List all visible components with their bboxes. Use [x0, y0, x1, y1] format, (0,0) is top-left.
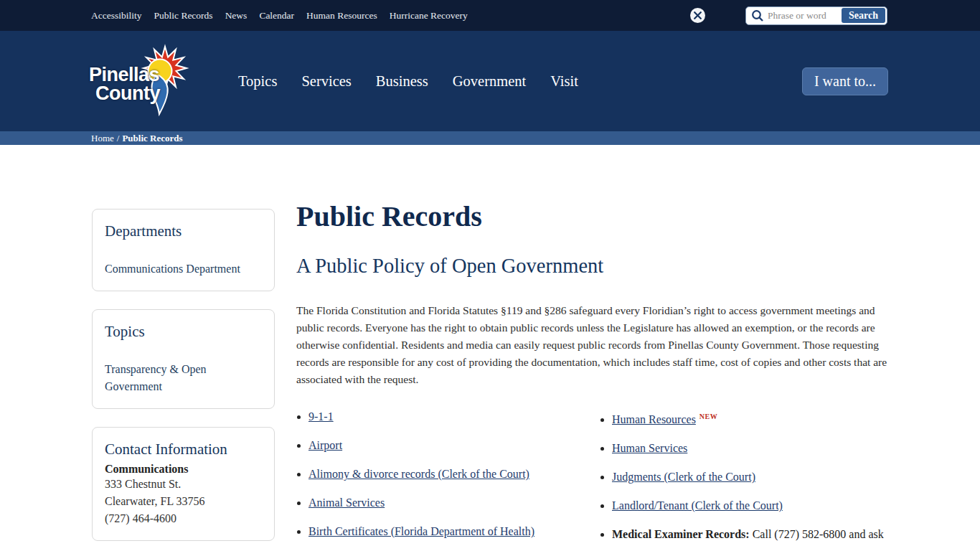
- sidebar-link-communications-department[interactable]: Communications Department: [105, 263, 240, 275]
- main-navigation-bar: Pinellas County TopicsServicesBusinessGo…: [0, 31, 980, 131]
- list-item: Human Services: [612, 441, 890, 456]
- records-link[interactable]: Human Services: [612, 442, 687, 454]
- breadcrumb-separator: /: [117, 133, 120, 144]
- topics-card: Topics Transparency & Open Government: [92, 309, 275, 409]
- section-heading: A Public Policy of Open Government: [296, 255, 890, 278]
- utility-link-human-resources[interactable]: Human Resources: [306, 10, 377, 22]
- contact-city: Clearwater, FL 33756: [105, 493, 262, 510]
- utility-link-news[interactable]: News: [225, 10, 248, 22]
- intro-paragraph: The Florida Constitution and Florida Sta…: [296, 302, 890, 388]
- sidebar-link-transparency-open-government[interactable]: Transparency & Open Government: [105, 363, 207, 392]
- list-item: Judgments (Clerk of the Court): [612, 469, 890, 484]
- utility-link-public-records[interactable]: Public Records: [154, 10, 213, 22]
- page-content: Departments Communications Department To…: [0, 145, 980, 551]
- site-search: Search: [745, 6, 887, 25]
- records-link[interactable]: Airport: [308, 439, 342, 451]
- utility-link-hurricane-recovery[interactable]: Hurricane Recovery: [390, 10, 468, 22]
- sidebar: Departments Communications Department To…: [92, 209, 275, 551]
- nav-item-services[interactable]: Services: [301, 73, 351, 90]
- utility-link-accessibility[interactable]: Accessibility: [91, 10, 142, 22]
- records-list-right: Human ResourcesNEWHuman ServicesJudgment…: [600, 409, 890, 551]
- departments-card-title: Departments: [105, 222, 262, 240]
- list-item-bold-label: Medical Examiner Records:: [612, 528, 750, 540]
- search-button[interactable]: Search: [842, 8, 885, 23]
- contact-card-title: Contact Information: [105, 441, 262, 458]
- records-link[interactable]: Human Resources: [612, 413, 696, 425]
- x-twitter-icon[interactable]: [690, 8, 705, 23]
- breadcrumb-current: Public Records: [122, 133, 182, 144]
- list-item: Medical Examiner Records: Call (727) 582…: [612, 527, 890, 542]
- x-glyph: [694, 11, 702, 19]
- search-input[interactable]: [764, 10, 842, 22]
- new-badge: NEW: [699, 413, 717, 420]
- main-column: Public Records A Public Policy of Open G…: [296, 145, 890, 551]
- records-link[interactable]: 9-1-1: [308, 410, 334, 423]
- utility-bar: AccessibilityPublic RecordsNewsCalendarH…: [0, 0, 980, 31]
- topics-card-title: Topics: [105, 323, 262, 341]
- list-item: 9-1-1: [308, 409, 600, 424]
- pinellas-county-logo[interactable]: Pinellas County: [89, 44, 198, 118]
- list-item: Airport: [308, 438, 600, 453]
- records-link[interactable]: Alimony & divorce records (Clerk of the …: [308, 468, 529, 480]
- primary-nav: TopicsServicesBusinessGovernmentVisit: [238, 73, 578, 90]
- page-title: Public Records: [296, 199, 890, 233]
- logo-line1: Pinellas: [89, 65, 160, 84]
- list-item: Animal Services: [308, 495, 600, 510]
- list-item: Human ResourcesNEW: [612, 409, 890, 427]
- list-item: Landlord/Tenant (Clerk of the Court): [612, 498, 890, 513]
- nav-item-visit[interactable]: Visit: [550, 73, 578, 90]
- nav-item-business[interactable]: Business: [376, 73, 428, 90]
- records-link[interactable]: Animal Services: [308, 496, 385, 509]
- breadcrumb-home-link[interactable]: Home: [91, 133, 114, 144]
- list-item: Alimony & divorce records (Clerk of the …: [308, 466, 600, 481]
- contact-org: Communications: [105, 463, 262, 476]
- departments-card: Departments Communications Department: [92, 209, 275, 291]
- logo-wordmark: Pinellas County: [89, 65, 160, 103]
- utility-link-calendar[interactable]: Calendar: [259, 10, 294, 22]
- breadcrumb: Home / Public Records: [0, 131, 980, 145]
- contact-street: 333 Chestnut St.: [105, 476, 262, 493]
- logo-line2: County: [95, 84, 160, 103]
- utility-links: AccessibilityPublic RecordsNewsCalendarH…: [91, 10, 468, 22]
- contact-phone: (727) 464-4600: [105, 510, 262, 527]
- search-icon: [751, 9, 764, 22]
- i-want-to-button[interactable]: I want to...: [802, 67, 888, 95]
- nav-item-government[interactable]: Government: [453, 73, 526, 90]
- contact-information-card: Contact Information Communications 333 C…: [92, 427, 275, 541]
- nav-item-topics[interactable]: Topics: [238, 73, 277, 90]
- records-lists: 9-1-1AirportAlimony & divorce records (C…: [296, 409, 890, 551]
- records-link[interactable]: Landlord/Tenant (Clerk of the Court): [612, 499, 783, 512]
- list-item: Birth Certificates (Florida Department o…: [308, 524, 600, 539]
- records-list-left: 9-1-1AirportAlimony & divorce records (C…: [296, 409, 600, 551]
- records-link[interactable]: Judgments (Clerk of the Court): [612, 471, 755, 483]
- records-link[interactable]: Birth Certificates (Florida Department o…: [308, 525, 534, 537]
